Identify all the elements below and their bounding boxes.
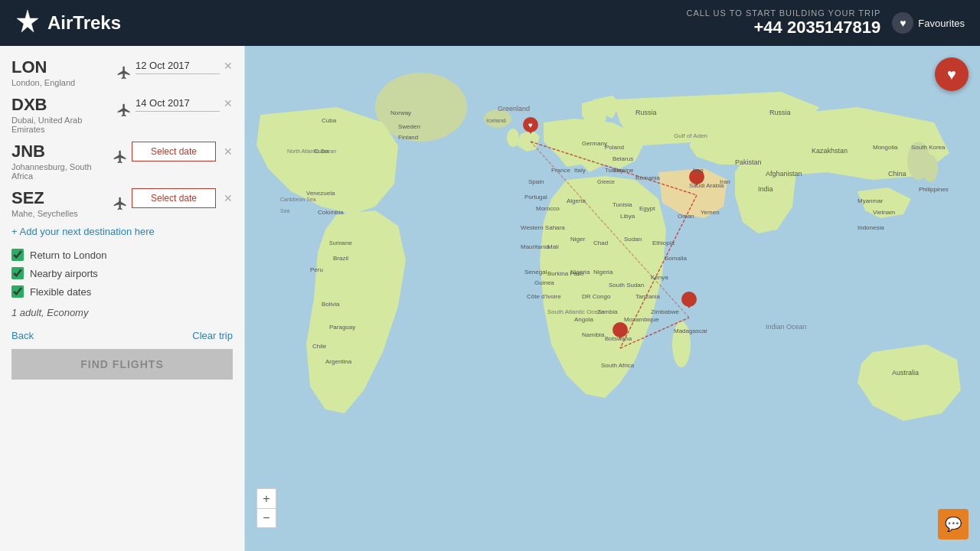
svg-text:Gulf of Aden: Gulf of Aden [674,132,707,139]
svg-text:Russia: Russia [635,109,657,116]
svg-text:France: France [551,167,570,174]
svg-text:Libya: Libya [620,213,635,220]
plane-icon [113,61,136,84]
svg-text:Niger: Niger [570,236,585,243]
svg-text:Tanzania: Tanzania [635,293,661,300]
map-container[interactable]: ♥ Greenland Iceland Norway Sweden F [245,46,980,551]
destination-date-area: ✕ [136,57,233,74]
sidebar: LONLondon, England✕DXBDubai, United Arab… [0,46,245,551]
date-input[interactable] [136,95,220,112]
svg-text:Colombia: Colombia [318,209,344,216]
svg-text:Ethiopia: Ethiopia [652,240,675,246]
zoom-in-button[interactable]: + [256,488,276,508]
svg-text:Iceland: Iceland [486,117,506,124]
svg-text:Greece: Greece [597,179,615,184]
svg-text:Romania: Romania [635,174,661,181]
svg-text:South Africa: South Africa [601,362,635,369]
select-clear-button[interactable]: ✕ [224,192,233,204]
svg-text:Pakistan: Pakistan [735,158,762,166]
world-map: ♥ Greenland Iceland Norway Sweden F [245,46,980,551]
svg-text:Western Sahara: Western Sahara [521,224,565,231]
svg-text:Argentina: Argentina [325,358,352,365]
svg-text:Venezuela: Venezuela [306,190,335,197]
date-input-area: ✕ [136,95,233,112]
destination-date-area: ✕ [136,95,233,112]
logo-text: AirTreks [47,12,121,34]
svg-text:Yemen: Yemen [701,209,720,216]
destination-info: LONLondon, England [11,57,113,87]
svg-text:Bolivia: Bolivia [322,301,340,308]
svg-text:Nigeria: Nigeria [570,269,590,276]
svg-text:Angola: Angola [574,316,593,323]
svg-text:Chad: Chad [593,240,608,246]
destination-code: SEZ [11,188,109,208]
svg-text:Spain: Spain [528,178,544,185]
call-number[interactable]: +44 2035147819 [686,18,880,37]
destination-code: DXB [11,95,113,115]
svg-text:Suriname: Suriname [329,240,352,246]
svg-text:Philippines: Philippines [919,186,949,193]
destination-row: LONLondon, England✕ [11,57,233,87]
clear-trip-link[interactable]: Clear trip [192,330,233,341]
back-link[interactable]: Back [11,330,34,341]
svg-text:Belarus: Belarus [612,155,633,162]
svg-text:Tunisia: Tunisia [612,201,632,208]
svg-text:Oman: Oman [678,213,694,220]
svg-text:Guinea: Guinea [534,279,554,286]
svg-text:Greenland: Greenland [498,105,530,112]
destination-info: JNBJohannesburg, South Africa [11,142,109,181]
destination-name: London, England [11,78,113,87]
plane-icon [113,99,136,122]
map-favourite-button[interactable]: ♥ [935,57,969,91]
svg-text:DR Congo: DR Congo [582,293,611,300]
svg-text:Ukraine: Ukraine [612,167,634,174]
zoom-out-button[interactable]: − [256,508,276,528]
destination-info: SEZMahe, Seychelles [11,188,109,218]
svg-text:Namibia: Namibia [582,331,605,338]
destinations-list: LONLondon, England✕DXBDubai, United Arab… [11,57,233,218]
svg-text:Côte d'Ivoire: Côte d'Ivoire [527,293,561,300]
add-destination-label: + Add your next destination here [11,226,155,237]
checkbox-input[interactable] [11,267,24,279]
svg-text:Somalia: Somalia [665,255,687,262]
checkboxes-area: Return to LondonNearby airportsFlexible … [11,249,233,298]
svg-text:Brazil: Brazil [333,255,348,262]
chat-button[interactable]: 💬 [938,509,969,540]
svg-text:Algeria: Algeria [567,197,586,204]
svg-text:Senegal: Senegal [524,269,547,276]
checkbox-label: Flexible dates [30,286,91,298]
checkbox-row: Flexible dates [11,285,233,298]
svg-text:Finland: Finland [398,134,418,141]
svg-text:Mozambique: Mozambique [624,316,659,323]
svg-text:Sea: Sea [280,208,290,214]
select-date-button[interactable]: Select date [132,188,216,208]
select-clear-button[interactable]: ✕ [224,145,233,158]
svg-text:Cuba: Cuba [314,148,329,155]
date-clear-button[interactable]: ✕ [224,97,233,109]
svg-text:♥: ♥ [528,121,533,129]
checkbox-label: Return to London [30,249,106,261]
svg-text:Mongolia: Mongolia [873,144,898,151]
destination-name: Dubai, United Arab Emirates [11,116,113,134]
find-flights-button[interactable]: FIND FLIGHTS [11,349,233,380]
svg-text:Cuba: Cuba [322,117,337,124]
svg-text:Nigeria: Nigeria [593,269,613,276]
checkbox-input[interactable] [11,285,24,298]
svg-text:Morocco: Morocco [536,205,560,212]
svg-text:South Atlantic Ocean: South Atlantic Ocean [547,308,605,315]
svg-text:Egypt: Egypt [639,205,655,212]
add-destination-link[interactable]: + Add your next destination here [11,226,233,237]
checkbox-input[interactable] [11,249,24,261]
logo-area[interactable]: AirTreks [15,8,121,38]
svg-text:Iraq: Iraq [693,167,704,174]
svg-text:Madagascar: Madagascar [674,328,707,334]
svg-text:Australia: Australia [892,369,919,377]
date-clear-button[interactable]: ✕ [224,60,233,72]
svg-text:Zimbabwe: Zimbabwe [651,308,679,315]
favourites-button[interactable]: ♥ Favourites [892,12,965,34]
svg-text:Russia: Russia [769,109,791,116]
date-input[interactable] [136,57,220,74]
svg-text:Italy: Italy [574,167,586,174]
select-date-button[interactable]: Select date [132,142,216,161]
svg-point-4 [507,129,519,147]
